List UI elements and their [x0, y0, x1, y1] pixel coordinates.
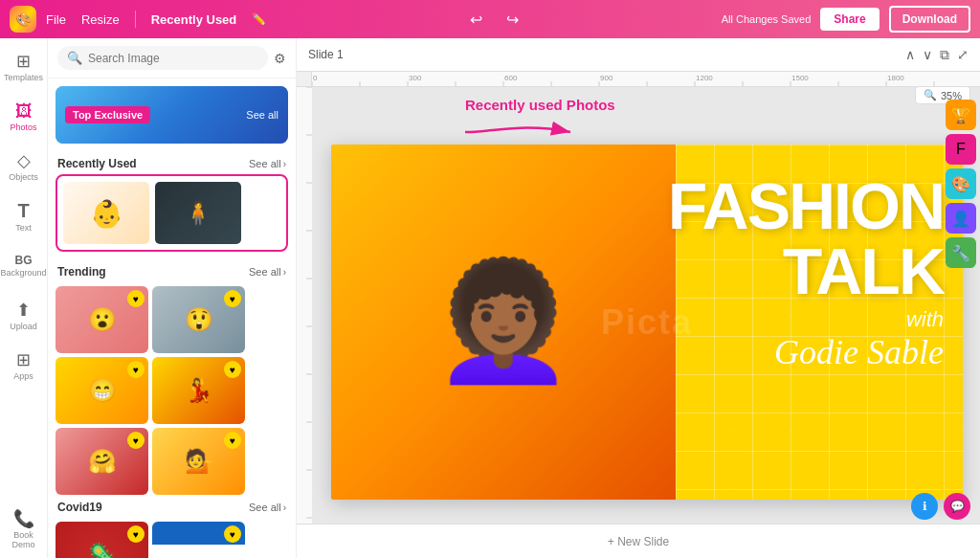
trending-thumb-3[interactable]: ♥ [56, 357, 148, 424]
top-exclusive-badge: Top Exclusive [65, 106, 150, 123]
right-tool-teal[interactable]: 🎨 [946, 168, 976, 199]
bottom-right-tools: ℹ 💬 [911, 493, 970, 520]
file-menu[interactable]: File [46, 12, 66, 27]
apps-icon: ⊞ [16, 349, 31, 370]
right-tool-orange[interactable]: 🏆 [946, 100, 976, 130]
covid-thumb-2[interactable]: ♥ [152, 522, 245, 558]
canvas-scroll[interactable]: Recently used Photos [312, 87, 980, 524]
right-tool-purple[interactable]: 👤 [946, 203, 976, 234]
heart-icon-5: ♥ [127, 432, 145, 449]
heart-icon-4: ♥ [224, 361, 241, 378]
icon-sidebar-bottom: 📞 Book Demo [3, 505, 45, 558]
objects-icon: ◇ [17, 150, 31, 171]
covid-title: Covid19 [57, 501, 102, 514]
sidebar-item-upload[interactable]: ⬆ Upload [3, 292, 45, 340]
recently-used-thumb-2[interactable] [155, 182, 241, 244]
canvas-wrapper[interactable]: 👩🏾‍🦱 Picta FASHION TALK with Godie Sable [331, 145, 963, 500]
photo-panel: 🔍 ⚙ Top Exclusive See all Recently Used … [48, 38, 297, 558]
slide-label: Slide 1 [308, 48, 344, 61]
chevron-down-icon[interactable]: ∨ [923, 47, 932, 62]
chevron-up-icon[interactable]: ∧ [905, 47, 915, 62]
trending-grid: ♥ ♥ ♥ ♥ ♥ ♥ [48, 282, 296, 495]
background-icon: BG [15, 254, 33, 267]
covid-see-all[interactable]: See all › [249, 502, 286, 513]
copy-icon[interactable]: ⧉ [940, 47, 949, 63]
search-box[interactable]: 🔍 [57, 46, 268, 70]
right-tool-pink[interactable]: F [946, 134, 976, 165]
search-input[interactable] [88, 52, 258, 65]
trending-thumb-1[interactable]: ♥ [56, 286, 148, 353]
photos-icon: 🖼 [15, 101, 33, 122]
sidebar-item-templates[interactable]: ⊞ Templates [3, 43, 45, 91]
topbar-center: ↩ ↪ [276, 6, 711, 33]
slide-fashion-text: FASHION [668, 173, 944, 238]
download-button[interactable]: Download [889, 6, 970, 33]
photo-panel-content: Top Exclusive See all Recently Used See … [48, 78, 296, 558]
top-exclusive-overlay: Top Exclusive See all [56, 86, 288, 144]
bookdemo-icon: 📞 [13, 508, 34, 529]
sidebar-item-objects[interactable]: ◇ Objects [3, 143, 45, 190]
sidebar-item-photos[interactable]: 🖼 Photos [3, 93, 45, 141]
top-exclusive-banner[interactable]: Top Exclusive See all [56, 86, 288, 144]
share-button[interactable]: Share [820, 8, 879, 31]
upload-icon: ⬆ [16, 300, 31, 321]
covid-chevron-icon: › [283, 502, 286, 513]
icon-sidebar: ⊞ Templates 🖼 Photos ◇ Objects T Text BG… [0, 38, 48, 558]
expand-icon[interactable]: ⤢ [957, 47, 969, 62]
trending-thumb-5[interactable]: ♥ [56, 428, 148, 495]
slide-name-text: Godie Sable [668, 332, 944, 372]
canvas-area: Slide 1 ∧ ∨ ⧉ ⤢ [297, 38, 980, 558]
trending-chevron-icon: › [283, 267, 286, 278]
heart-icon-7: ♥ [127, 525, 145, 543]
objects-label: Objects [9, 173, 38, 183]
sidebar-item-bookdemo[interactable]: 📞 Book Demo [3, 505, 45, 553]
new-slide-bar[interactable]: + New Slide [297, 524, 980, 558]
covid-header: Covid19 See all › [48, 495, 296, 518]
undo-button[interactable]: ↩ [462, 6, 489, 33]
covid-thumb-1[interactable]: ♥ [56, 522, 148, 558]
filter-icon[interactable]: ⚙ [274, 51, 286, 66]
background-label: Background [0, 269, 46, 279]
annotation-text: Recently used Photos [465, 97, 615, 113]
recently-used-thumb-1[interactable] [63, 182, 149, 244]
slide-with-text: with [668, 307, 944, 332]
heart-icon-6: ♥ [224, 432, 241, 449]
upload-label: Upload [10, 323, 37, 332]
canvas-top-bar: Slide 1 ∧ ∨ ⧉ ⤢ [297, 38, 980, 72]
document-title[interactable]: Recently Used [151, 12, 237, 27]
redo-button[interactable]: ↪ [499, 6, 525, 33]
right-tool-green[interactable]: 🔧 [946, 237, 976, 268]
topbar: 🎨 File Resize Recently Used ✏️ ↩ ↪ All C… [0, 0, 980, 38]
chat-tool[interactable]: 💬 [944, 493, 970, 520]
topbar-right: All Changes Saved Share Download [722, 6, 970, 33]
chevron-right-icon: › [283, 159, 286, 169]
slide[interactable]: 👩🏾‍🦱 Picta FASHION TALK with Godie Sable [331, 145, 963, 500]
sidebar-item-text[interactable]: T Text [3, 192, 45, 240]
heart-icon-1: ♥ [127, 290, 145, 307]
right-tools: 🏆 F 🎨 👤 🔧 [942, 96, 980, 272]
save-status: All Changes Saved [722, 13, 812, 25]
sidebar-item-apps[interactable]: ⊞ Apps [3, 342, 45, 390]
recently-used-title: Recently Used [57, 157, 137, 170]
sidebar-item-background[interactable]: BG Background [3, 242, 45, 290]
canvas-top-controls: ∧ ∨ ⧉ ⤢ [905, 47, 969, 63]
new-slide-button[interactable]: + New Slide [608, 535, 669, 548]
topbar-menu: File Resize Recently Used ✏️ [46, 11, 266, 28]
recently-used-box [56, 174, 288, 252]
trending-thumb-2[interactable]: ♥ [152, 286, 245, 353]
info-tool[interactable]: ℹ [911, 493, 938, 520]
trending-thumb-6[interactable]: ♥ [152, 428, 245, 495]
heart-icon-2: ♥ [224, 290, 241, 307]
app-logo[interactable]: 🎨 [10, 6, 36, 33]
heart-icon-3: ♥ [127, 361, 145, 378]
recently-used-header: Recently Used See all › [48, 151, 296, 174]
apps-label: Apps [13, 372, 33, 382]
resize-menu[interactable]: Resize [81, 12, 120, 27]
search-icon: 🔍 [67, 51, 82, 65]
photos-label: Photos [10, 123, 36, 133]
recently-used-see-all[interactable]: See all › [249, 158, 286, 169]
top-exclusive-see-all[interactable]: See all [246, 109, 278, 121]
trending-see-all[interactable]: See all › [249, 266, 286, 278]
zoom-search-icon: 🔍 [924, 89, 937, 101]
trending-thumb-4[interactable]: ♥ [152, 357, 245, 424]
